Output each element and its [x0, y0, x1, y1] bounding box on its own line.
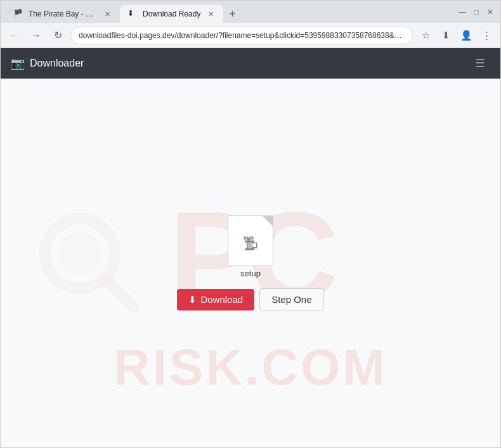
browser-download-icon[interactable]: ⬇ [437, 27, 455, 44]
download-button-label: Download [200, 294, 243, 305]
step-one-label: Step One [271, 294, 311, 305]
close-button[interactable]: ✕ [485, 7, 495, 17]
step-one-button[interactable]: Step One [259, 288, 323, 310]
file-name-label: setup [240, 269, 261, 278]
brand-name: Downloader [30, 58, 84, 69]
page-content: 📷 Downloader ☰ PC RISK.COM [1, 48, 500, 447]
tab-close-1[interactable]: ✕ [102, 9, 112, 19]
reload-button[interactable]: ↻ [49, 27, 67, 44]
download-arrow-icon: ⬇ [188, 294, 197, 305]
site-brand: 📷 Downloader [11, 56, 84, 70]
file-icon: 🗜 [228, 215, 273, 266]
navbar-toggle-button[interactable]: ☰ [470, 53, 490, 74]
url-text: downloadfiles-doi.pages.dev/downloader/?… [79, 31, 405, 40]
svg-point-0 [45, 219, 115, 288]
tab-bar: 🏴 The Pirate Bay - The galaxy's m... ✕ ⬇… [6, 1, 450, 23]
browser-window: 🏴 The Pirate Bay - The galaxy's m... ✕ ⬇… [0, 0, 501, 448]
tab-label-2: Download Ready [143, 10, 200, 18]
svg-point-1 [58, 231, 102, 276]
button-row: ⬇ Download Step One [177, 288, 323, 310]
site-navbar: 📷 Downloader ☰ [1, 48, 500, 79]
svg-line-2 [107, 280, 134, 307]
tab-close-2[interactable]: ✕ [205, 9, 216, 19]
address-actions: ☆ ⬇ 👤 ⋮ [417, 27, 495, 44]
menu-icon[interactable]: ⋮ [478, 27, 495, 44]
account-icon[interactable]: 👤 [457, 27, 475, 44]
main-area: PC RISK.COM 🗜 setup ⬇ Download [1, 79, 500, 447]
tab-download-ready[interactable]: ⬇ Download Ready ✕ [120, 5, 223, 23]
watermark-risk-text: RISK.COM [114, 338, 387, 397]
bookmark-icon[interactable]: ☆ [417, 27, 434, 44]
brand-camera-icon: 📷 [11, 56, 25, 70]
watermark-magnify-icon [39, 212, 140, 314]
zip-icon: 🗜 [243, 235, 258, 253]
download-button[interactable]: ⬇ Download [177, 289, 254, 310]
maximize-button[interactable]: □ [471, 7, 481, 17]
tab-pirate-bay[interactable]: 🏴 The Pirate Bay - The galaxy's m... ✕ [6, 5, 120, 23]
title-bar: 🏴 The Pirate Bay - The galaxy's m... ✕ ⬇… [1, 1, 500, 23]
address-bar: ← → ↻ downloadfiles-doi.pages.dev/downlo… [1, 23, 500, 48]
new-tab-button[interactable]: + [223, 5, 241, 23]
download-card: 🗜 setup ⬇ Download Step One [177, 215, 323, 310]
back-button[interactable]: ← [6, 27, 23, 44]
tab-favicon-2: ⬇ [127, 9, 138, 19]
minimize-button[interactable]: — [457, 7, 467, 17]
tab-favicon-1: 🏴 [13, 9, 23, 19]
forward-button[interactable]: → [27, 27, 45, 44]
url-bar[interactable]: downloadfiles-doi.pages.dev/downloader/?… [70, 27, 413, 44]
window-controls: — □ ✕ [457, 7, 495, 17]
tab-label-1: The Pirate Bay - The galaxy's m... [29, 10, 97, 18]
